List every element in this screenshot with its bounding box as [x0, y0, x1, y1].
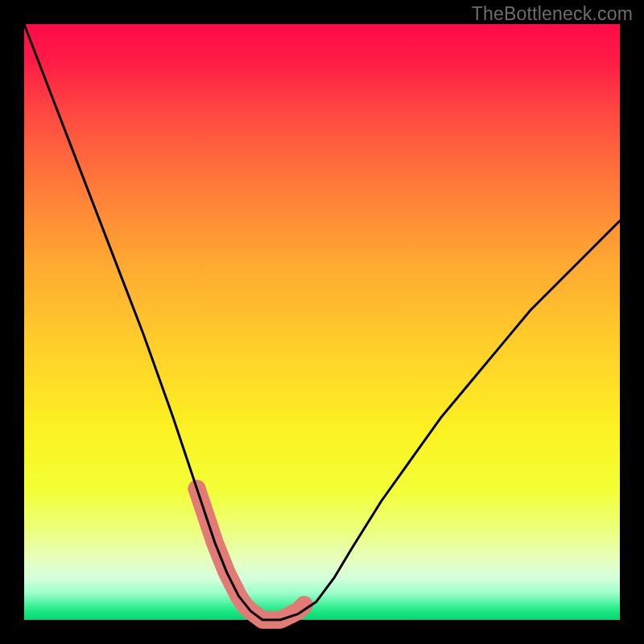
- curve-stroke: [24, 24, 620, 620]
- highlight-stroke: [197, 489, 304, 620]
- plot-area: [24, 24, 620, 620]
- bottleneck-curve: [24, 24, 620, 620]
- watermark-text: TheBottleneck.com: [472, 3, 633, 25]
- chart-svg: [24, 24, 620, 620]
- highlight-band: [188, 480, 313, 622]
- chart-frame: TheBottleneck.com: [0, 0, 644, 644]
